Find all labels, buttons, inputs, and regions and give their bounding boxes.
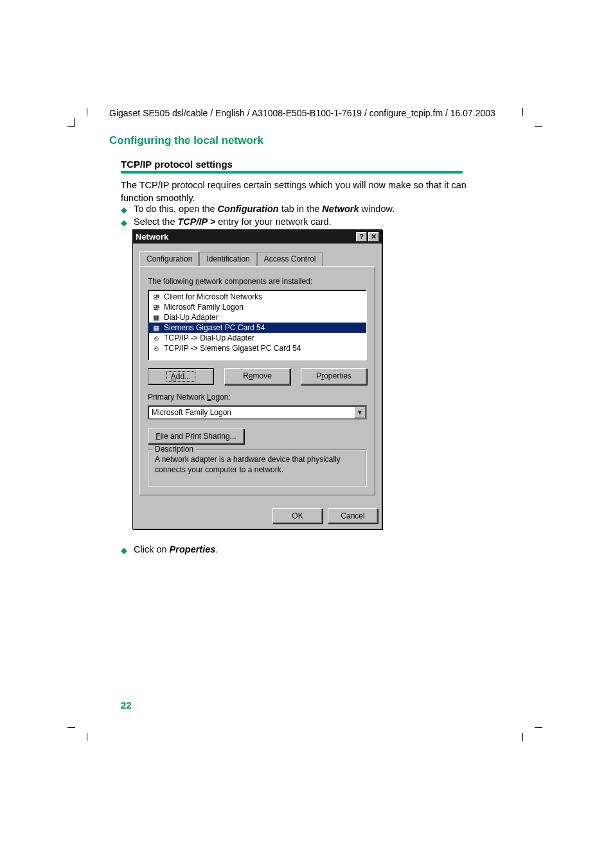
primary-logon-label: Primary Network Logon: xyxy=(148,393,367,402)
list-item-label: Dial-Up Adapter xyxy=(164,313,218,322)
primary-logon-dropdown[interactable]: Microsoft Family Logon ▼ xyxy=(148,405,367,420)
list-item[interactable]: ▦Dial-Up Adapter xyxy=(148,312,366,323)
tab-identification[interactable]: Identification xyxy=(199,252,256,267)
list-item-label: TCP/IP -> Siemens Gigaset PC Card 54 xyxy=(164,344,301,353)
text: Network xyxy=(322,204,359,214)
tab-strip: Configuration Identification Access Cont… xyxy=(139,251,375,266)
diamond-bullet-icon: ◆ xyxy=(121,218,127,227)
help-button[interactable]: ? xyxy=(356,232,367,242)
adapter-icon: ▦ xyxy=(151,313,161,322)
diamond-bullet-icon: ◆ xyxy=(121,205,127,215)
dialog-title: Network xyxy=(136,232,168,242)
add-button[interactable]: Add... xyxy=(148,368,214,385)
ok-button[interactable]: OK xyxy=(272,508,323,524)
dialog-titlebar: Network ? ✕ xyxy=(133,230,382,244)
text: tab in the xyxy=(279,204,323,214)
intro-paragraph: The TCP/IP protocol requires certain set… xyxy=(121,179,468,204)
components-label: The following network components are ins… xyxy=(148,277,367,286)
network-dialog: Network ? ✕ Configuration Identification… xyxy=(132,229,382,529)
dropdown-arrow-icon[interactable]: ▼ xyxy=(354,407,366,418)
text: To do this, open the xyxy=(134,204,218,214)
list-item-label: Siemens Gigaset PC Card 54 xyxy=(164,323,265,332)
protocol-icon: ⎋ xyxy=(151,344,161,353)
close-button[interactable]: ✕ xyxy=(368,232,379,242)
tab-configuration[interactable]: Configuration xyxy=(139,251,199,266)
text: TCP/IP > xyxy=(178,217,216,227)
properties-button[interactable]: Properties xyxy=(301,368,367,385)
text: Properties xyxy=(170,544,216,554)
diamond-bullet-icon: ◆ xyxy=(121,545,127,555)
text: Select the xyxy=(134,217,178,227)
description-text: A network adapter is a hardware device t… xyxy=(155,455,360,475)
list-item-label: Client for Microsoft Networks xyxy=(164,292,262,301)
instruction-list-2: ◆ Click on Properties. xyxy=(121,544,468,557)
text: . xyxy=(215,544,218,554)
subsection-heading: TCP/IP protocol settings xyxy=(121,159,233,170)
text: entry for your network card. xyxy=(215,217,332,227)
adapter-icon: ▦ xyxy=(151,323,161,332)
list-item[interactable]: ⎋TCP/IP -> Siemens Gigaset PC Card 54 xyxy=(148,343,366,353)
list-item[interactable]: 🖳Microsoft Family Logon xyxy=(148,302,366,312)
list-item-label: TCP/IP -> Dial-Up Adapter xyxy=(164,333,254,342)
instruction-item: ◆ To do this, open the Configuration tab… xyxy=(121,204,468,215)
list-item[interactable]: 🖳Client for Microsoft Networks xyxy=(148,292,366,302)
instruction-item: ◆ Select the TCP/IP > entry for your net… xyxy=(121,217,468,227)
text: Click on xyxy=(134,544,170,554)
list-item-selected[interactable]: ▦Siemens Gigaset PC Card 54 xyxy=(148,323,366,333)
document-header-path: Gigaset SE505 dsl/cable / English / A310… xyxy=(109,108,495,118)
description-group: Description A network adapter is a hardw… xyxy=(148,449,367,487)
protocol-icon: ⎋ xyxy=(151,333,161,342)
file-print-sharing-button[interactable]: File and Print Sharing... xyxy=(148,429,244,444)
list-item-label: Microsoft Family Logon xyxy=(164,303,244,312)
network-components-listbox[interactable]: 🖳Client for Microsoft Networks 🖳Microsof… xyxy=(148,290,367,360)
text: Configuration xyxy=(218,204,279,214)
page-number: 22 xyxy=(121,700,132,711)
instruction-list: ◆ To do this, open the Configuration tab… xyxy=(121,204,468,229)
text: window. xyxy=(359,204,395,214)
tab-page-configuration: The following network components are ins… xyxy=(139,266,375,495)
cancel-button[interactable]: Cancel xyxy=(328,508,378,524)
client-icon: 🖳 xyxy=(151,292,161,301)
instruction-item: ◆ Click on Properties. xyxy=(121,544,468,555)
section-heading: Configuring the local network xyxy=(109,134,263,147)
remove-button[interactable]: Remove xyxy=(224,368,290,385)
heading-rule xyxy=(121,171,463,174)
dropdown-value: Microsoft Family Logon xyxy=(149,407,354,418)
client-icon: 🖳 xyxy=(151,303,161,312)
tab-access-control[interactable]: Access Control xyxy=(257,252,323,267)
list-item[interactable]: ⎋TCP/IP -> Dial-Up Adapter xyxy=(148,333,366,343)
description-label: Description xyxy=(152,445,196,454)
